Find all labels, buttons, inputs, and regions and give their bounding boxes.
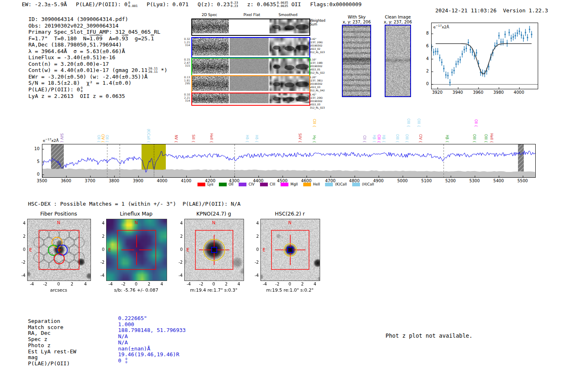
cutout-y-tick: -4 bbox=[16, 273, 26, 278]
spectrum-unit-label: e−17x2Å bbox=[43, 138, 59, 143]
highlight-band bbox=[142, 144, 165, 177]
sub-value: 0.001 bbox=[128, 5, 138, 8]
spec2d-right-label: Sum bbox=[310, 23, 329, 26]
match-value-text: 1.000 bbox=[118, 321, 134, 327]
info-line-11: P(LAE)/P(OII): 000 bbox=[28, 86, 167, 93]
spectrum-x-tick: 4900 bbox=[370, 179, 387, 183]
cutout-y-tick: -4 bbox=[250, 273, 259, 278]
spec2d-right-labels-4: 1.42"(237, 206)20190302v022_03312_RL_023 bbox=[310, 93, 329, 109]
cutout-y-tick: -2 bbox=[95, 260, 105, 264]
cutout-x-tick: -4 bbox=[260, 282, 270, 286]
spec2d-cell-1-0 bbox=[192, 38, 229, 56]
with-sky-title: With Sky bbox=[336, 15, 378, 20]
data-point bbox=[525, 32, 526, 33]
line-label-hγ: Hγ { bbox=[312, 135, 316, 143]
spectrum-x-tick: 5500 bbox=[514, 179, 531, 183]
header-stat-text: EW: -2.3±-5.9Å bbox=[22, 1, 67, 7]
spectrum-x-tick: 4100 bbox=[178, 179, 194, 183]
match-value-text: nan(±nan)Å bbox=[118, 346, 150, 352]
line-label-oii: OII { bbox=[105, 135, 109, 143]
cutout-y-tick: -2 bbox=[16, 260, 26, 264]
legend-item-civ: CIV bbox=[239, 182, 254, 186]
cutout-y-tick: 2 bbox=[16, 234, 26, 239]
header-stat-text: Flags:0x00000009 bbox=[310, 1, 362, 7]
line-label-anchor: SiII { bbox=[190, 0, 196, 143]
data-point bbox=[515, 35, 516, 36]
sup-value: 0.0635 bbox=[277, 1, 288, 5]
header-stat-text-stack: 00.001 bbox=[128, 1, 138, 8]
match-row-label-3: Spec z bbox=[28, 336, 47, 342]
spec2d-right-label: (237, 206) bbox=[310, 41, 329, 44]
cutout-x-tick: 0 bbox=[209, 282, 219, 286]
line-label-anchor: HeII { bbox=[489, 0, 495, 143]
line-label-hδ: Hδ { bbox=[255, 135, 258, 143]
line-label-oii: OII { bbox=[474, 119, 478, 127]
line-label-anchor: OIII { bbox=[471, 0, 477, 143]
spec2d-right-labels-2: 1.10"(237, 198)20190302v022_01312_RL_022 bbox=[310, 58, 329, 74]
info-text: 93 bbox=[122, 35, 128, 42]
info-line-9: EWr = -3.20(±0.50) (w: -2.40(±0.35))Å bbox=[28, 74, 167, 80]
spectrum-y-tick: 10 bbox=[30, 146, 39, 151]
cutout-x-tick: 0 bbox=[131, 282, 141, 286]
line-label-siiv: SiIV { bbox=[60, 133, 63, 143]
spectrum-x-tick: 5100 bbox=[418, 179, 435, 183]
cutout-x-tick: -4 bbox=[184, 282, 194, 286]
compass-north: N bbox=[135, 220, 138, 225]
header-stat-text: Q(z): 0.23 bbox=[197, 1, 230, 7]
data-point bbox=[441, 62, 442, 63]
unit-suffix: x2Å bbox=[442, 25, 449, 29]
match-row-label-4: Photo z bbox=[28, 342, 51, 348]
match-value-text-stack: 00 bbox=[125, 357, 128, 364]
header-stat-text: z: 0.0635 bbox=[247, 1, 276, 7]
cutout-xlabel-3: m:19.5 re:1.0" s:0.2" bbox=[252, 288, 327, 293]
line-label-anchor: NV { bbox=[173, 0, 179, 143]
legend-swatch bbox=[219, 183, 227, 186]
data-point bbox=[494, 45, 495, 46]
line-label-oiii: OIII { bbox=[406, 118, 410, 127]
fit-plot-x-tick: 3960 bbox=[471, 90, 485, 95]
info-text: ID: 3090064314 (3090064314.pdf) bbox=[28, 16, 128, 23]
sub-value: 0 bbox=[125, 361, 128, 364]
line-label-anchor: OII { bbox=[104, 0, 110, 143]
match-value-text: 0 bbox=[118, 357, 125, 364]
header-stat-text: P(Lyα): 0.071 bbox=[146, 1, 188, 7]
line-label-(k)caii: (K)CaII { bbox=[146, 129, 150, 143]
cutout-xlabel-2: m:19.4 re:1.7" s:0.3" bbox=[176, 288, 251, 293]
clean-image-title: Clean Image bbox=[376, 15, 419, 20]
spec2d-left-labels-3: 0.131.81295 bbox=[181, 76, 190, 86]
legend-swatch bbox=[260, 183, 268, 186]
match-row-label-1: Match score bbox=[28, 324, 63, 330]
spectrum-y-tick: 0 bbox=[30, 172, 39, 176]
hsc-dex-line: HSC-DEX : Possible Matches = 1 (within +… bbox=[28, 201, 241, 207]
spec2d-right-label: 312_RL_023 bbox=[310, 106, 329, 109]
info-line-0: ID: 3090064314 (3090064314.pdf) bbox=[28, 16, 167, 23]
line-label-oiii: OIII { bbox=[395, 134, 399, 143]
line-label-oiii: OIII { bbox=[405, 134, 409, 143]
info-text: P(LAE)/P(OII): 0 bbox=[28, 86, 80, 93]
sup-value: 0.23 bbox=[231, 1, 238, 5]
fit-plot-y-tick: 2 bbox=[420, 69, 429, 73]
line-label-anchor: SiIV { bbox=[59, 0, 65, 143]
with-sky-image bbox=[342, 25, 371, 97]
spec2d-cell-3-0 bbox=[192, 76, 229, 91]
unit-exponent: −17 bbox=[45, 138, 51, 141]
spec2d-right-label: 312_RL_023 bbox=[310, 51, 329, 54]
cutout-y-tick: 4 bbox=[174, 221, 183, 225]
line-label-anchor: (K)CaII { bbox=[145, 0, 151, 143]
data-point bbox=[476, 52, 477, 53]
match-value-text: 19.46(19.46,19.46)R bbox=[118, 351, 179, 357]
header-stat-text: OII bbox=[288, 1, 301, 7]
legend-swatch bbox=[281, 183, 288, 186]
spec2d-right-label: v022_03 bbox=[310, 103, 329, 106]
data-point bbox=[517, 32, 518, 34]
catalog-position-box bbox=[211, 247, 217, 253]
info-line-12: LyA z = 2.2613 OII z = 0.0635 bbox=[28, 93, 167, 100]
spectrum-x-tick: 3900 bbox=[130, 179, 146, 183]
fit-plot-unit-label: e−17x2Å bbox=[433, 24, 449, 29]
data-point bbox=[529, 29, 530, 30]
cutout-y-tick: 4 bbox=[95, 221, 105, 225]
info-line-10: S/N = 18.5(±2.8) χ² = 1.4(±0.0) bbox=[28, 80, 167, 86]
spec2d-cell-4-1 bbox=[230, 93, 269, 103]
cutout-y-tick: 2 bbox=[250, 234, 259, 239]
line-label-anchor: Hδ { bbox=[253, 0, 259, 143]
